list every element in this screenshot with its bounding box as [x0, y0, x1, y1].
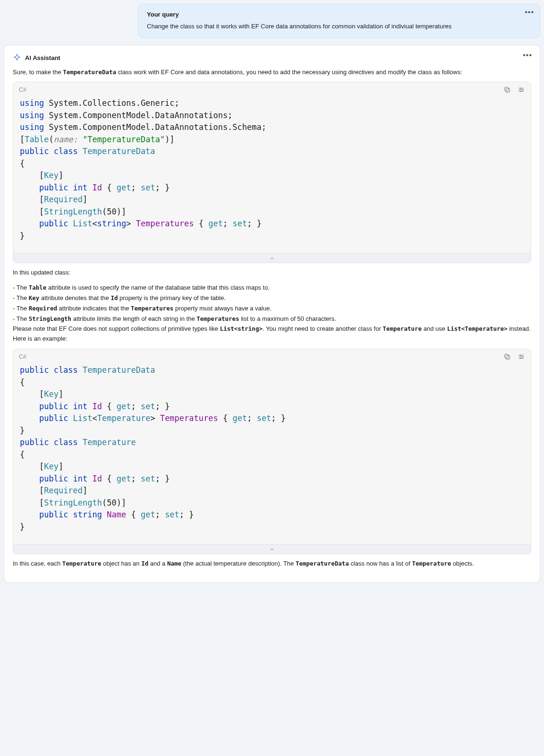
bullet-4: The StringLength attribute limits the le… — [13, 314, 531, 324]
settings-icon[interactable] — [518, 353, 525, 361]
bullet-1: The Table attribute is used to specify t… — [13, 283, 531, 293]
query-title: Your query — [147, 11, 531, 18]
settings-icon[interactable] — [518, 86, 525, 94]
note-paragraph: Please note that EF Core does not suppor… — [13, 324, 531, 344]
code-content-1[interactable]: using System.Collections.Generic; using … — [13, 94, 531, 253]
svg-point-14 — [522, 356, 523, 357]
closing-paragraph: In this case, each Temperature object ha… — [13, 559, 531, 569]
code-block-2: C# public class TemperatureData { [Key] … — [13, 349, 531, 554]
svg-rect-1 — [505, 87, 509, 91]
svg-point-5 — [520, 88, 521, 89]
collapse-chevron-icon[interactable] — [13, 544, 531, 554]
svg-rect-8 — [506, 355, 510, 359]
code-block-1: C# using System.Collections.Generic; usi… — [13, 82, 531, 263]
copy-icon[interactable] — [503, 353, 511, 361]
svg-rect-0 — [506, 89, 510, 93]
intro-paragraph: Sure, to make the TemperatureData class … — [13, 68, 531, 77]
assistant-more-icon[interactable]: ••• — [523, 51, 532, 60]
assistant-header: AI Assistant — [13, 53, 531, 63]
bullet-3: The Required attribute indicates that th… — [13, 303, 531, 314]
user-query-card: ••• Your query Change the class so that … — [138, 4, 540, 38]
code-lang-label: C# — [19, 86, 26, 93]
bullet-2: The Key attribute denotes that the Id pr… — [13, 293, 531, 303]
copy-icon[interactable] — [503, 86, 511, 94]
code-content-2[interactable]: public class TemperatureData { [Key] pub… — [13, 361, 531, 544]
svg-point-6 — [522, 89, 523, 90]
assistant-name: AI Assistant — [25, 54, 60, 61]
collapse-chevron-icon[interactable] — [13, 253, 531, 263]
svg-rect-9 — [505, 354, 509, 358]
svg-point-13 — [520, 355, 521, 356]
query-more-icon[interactable]: ••• — [525, 8, 534, 17]
assistant-response-card: ••• AI Assistant Sure, to make the Tempe… — [4, 45, 540, 583]
query-text: Change the class so that it works with E… — [147, 22, 531, 31]
explain-lead: In this updated class: — [13, 268, 531, 278]
svg-point-15 — [520, 358, 521, 359]
svg-point-7 — [520, 91, 521, 92]
code-lang-label: C# — [19, 353, 26, 360]
assistant-logo-icon — [13, 53, 21, 63]
